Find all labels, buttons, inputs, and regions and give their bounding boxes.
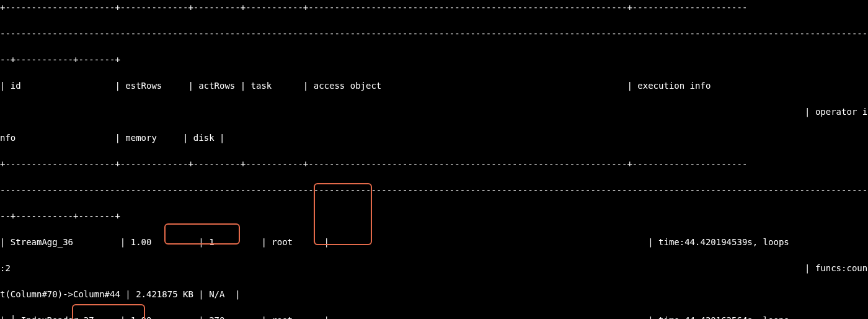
separator-line: ----------------------------------------… xyxy=(0,27,868,40)
header-row-wrap: nfo | memory | disk | xyxy=(0,132,868,145)
separator-line: --+-----------+-------+ xyxy=(0,53,868,66)
query-plan-table: +---------------------+-------------+---… xyxy=(0,1,868,319)
separator-line: ----------------------------------------… xyxy=(0,184,868,197)
separator-line: +---------------------+-------------+---… xyxy=(0,1,868,14)
table-row-wrap: :2 | funcs:coun xyxy=(0,262,868,275)
table-row: | StreamAgg_36 | 1.00 | 1 | root | | tim… xyxy=(0,236,868,249)
terminal-output: +---------------------+-------------+---… xyxy=(0,0,868,319)
header-row-wrap: | operator i xyxy=(0,106,868,119)
separator-line: +---------------------+-------------+---… xyxy=(0,158,868,171)
separator-line: --+-----------+-------+ xyxy=(0,210,868,223)
header-row: | id | estRows | actRows | task | access… xyxy=(0,79,868,92)
table-row: | └─IndexReader_37 | 1.00 | 270 | root |… xyxy=(0,314,868,319)
table-row-wrap: t(Column#70)->Column#44 | 2.421875 KB | … xyxy=(0,288,868,301)
